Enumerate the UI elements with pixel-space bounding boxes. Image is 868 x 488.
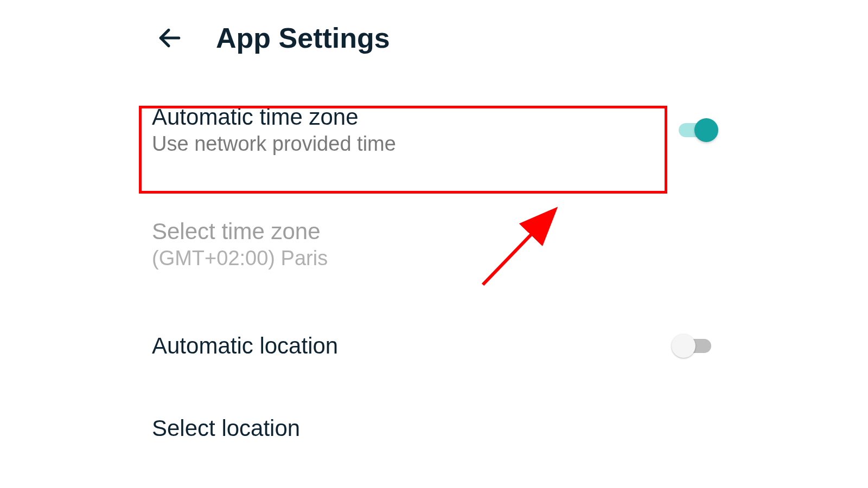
- back-arrow-icon[interactable]: [156, 24, 183, 52]
- setting-select-timezone: Select time zone (GMT+02:00) Paris: [0, 207, 868, 282]
- setting-title: Select time zone: [152, 219, 328, 245]
- setting-auto-location[interactable]: Automatic location: [0, 321, 868, 371]
- setting-title: Automatic time zone: [152, 104, 396, 130]
- setting-text-block: Select time zone (GMT+02:00) Paris: [152, 219, 328, 270]
- setting-auto-timezone[interactable]: Automatic time zone Use network provided…: [0, 92, 868, 168]
- setting-text-block: Automatic location: [152, 333, 338, 359]
- setting-subtitle: Use network provided time: [152, 132, 396, 156]
- toggle-thumb: [694, 118, 718, 142]
- setting-title: Automatic location: [152, 333, 338, 359]
- setting-title: Select location: [152, 415, 300, 441]
- setting-select-location[interactable]: Select location: [0, 403, 868, 453]
- header: App Settings: [0, 0, 868, 54]
- setting-text-block: Select location: [152, 415, 300, 441]
- setting-subtitle: (GMT+02:00) Paris: [152, 247, 328, 270]
- spacer: [0, 371, 868, 403]
- spacer: [0, 282, 868, 321]
- auto-timezone-toggle[interactable]: [674, 122, 716, 138]
- spacer: [0, 168, 868, 207]
- setting-text-block: Automatic time zone Use network provided…: [152, 104, 396, 156]
- page-title: App Settings: [216, 22, 390, 54]
- auto-location-toggle[interactable]: [674, 338, 716, 354]
- toggle-thumb: [672, 334, 695, 358]
- settings-list: Automatic time zone Use network provided…: [0, 54, 868, 453]
